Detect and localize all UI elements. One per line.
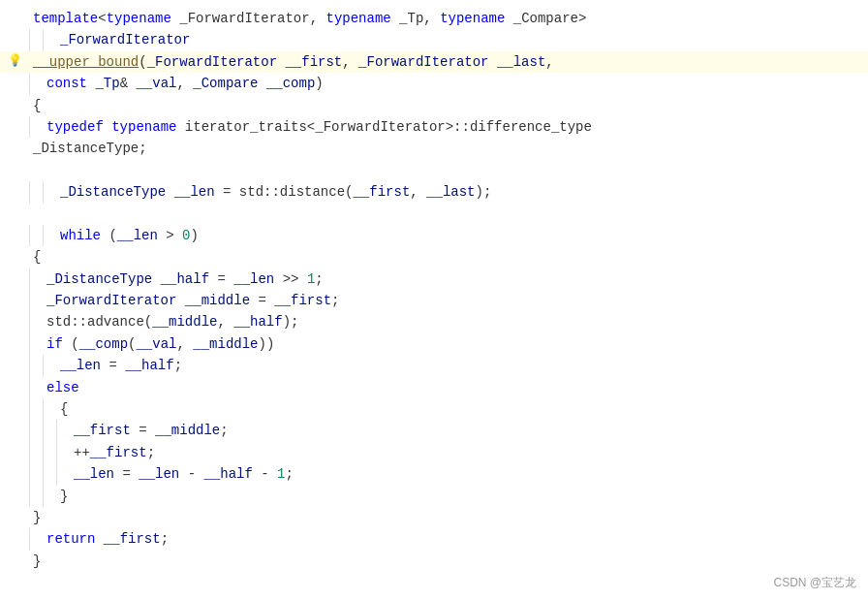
indent-guide <box>29 442 43 463</box>
indent-guide <box>29 29 43 50</box>
code-line: if (__comp(__val, __middle)) <box>0 333 868 355</box>
indent-guide <box>29 311 43 332</box>
gutter-icon <box>0 160 29 181</box>
code-line: ++__first; <box>0 442 868 463</box>
code-lines: template<typename _ForwardIterator, type… <box>0 8 868 572</box>
code-line: } <box>0 551 868 572</box>
code-line: __first = __middle; <box>0 420 868 441</box>
line-content: __len = __half; <box>56 355 868 376</box>
code-line: 💡__upper_bound(_ForwardIterator __first,… <box>0 51 868 73</box>
gutter-icon <box>0 95 29 116</box>
indent-guide <box>29 225 43 246</box>
line-content: __first = __middle; <box>70 420 868 441</box>
indent-guide <box>29 116 43 138</box>
gutter-icon <box>0 225 29 246</box>
line-content: else <box>43 377 868 398</box>
gutter-icon <box>0 507 29 528</box>
code-line: _DistanceType __len = std::distance(__fi… <box>0 181 868 203</box>
indent-guide <box>29 73 43 94</box>
indent-guide <box>29 486 43 507</box>
code-line: template<typename _ForwardIterator, type… <box>0 8 868 29</box>
indent-guide <box>29 268 43 290</box>
line-content <box>29 160 868 181</box>
line-content: _DistanceType __len = std::distance(__fi… <box>56 181 868 203</box>
code-line: while (__len > 0) <box>0 225 868 246</box>
line-content: _DistanceType; <box>29 138 868 159</box>
line-content: _ForwardIterator __middle = __first; <box>43 290 868 311</box>
gutter-icon <box>0 290 29 311</box>
line-content <box>29 204 868 225</box>
indent-guide <box>56 420 70 441</box>
code-line: const _Tp& __val, _Compare __comp) <box>0 73 868 94</box>
line-content: std::advance(__middle, __half); <box>43 311 868 332</box>
code-line: _DistanceType; <box>0 138 868 159</box>
line-content: __upper_bound(_ForwardIterator __first, … <box>29 51 868 73</box>
line-content: } <box>29 551 868 572</box>
gutter-icon <box>0 398 29 420</box>
gutter-icon <box>0 204 29 225</box>
line-content: typedef typename iterator_traits<_Forwar… <box>43 116 868 138</box>
gutter-icon <box>0 355 29 376</box>
code-line: _ForwardIterator __middle = __first; <box>0 290 868 311</box>
line-content: { <box>29 95 868 116</box>
code-line: _ForwardIterator <box>0 29 868 50</box>
indent-guide <box>29 420 43 441</box>
line-content: ++__first; <box>70 442 868 463</box>
line-content: } <box>56 486 868 507</box>
code-line: { <box>0 246 868 268</box>
gutter-icon <box>0 138 29 159</box>
gutter-icon <box>0 268 29 290</box>
gutter-icon <box>0 73 29 94</box>
code-line: { <box>0 398 868 420</box>
line-content: if (__comp(__val, __middle)) <box>43 333 868 355</box>
code-line: return __first; <box>0 528 868 550</box>
line-content: _DistanceType __half = __len >> 1; <box>43 268 868 290</box>
gutter-icon <box>0 486 29 507</box>
indent-guide <box>29 290 43 311</box>
line-content: { <box>56 398 868 420</box>
code-line: _DistanceType __half = __len >> 1; <box>0 268 868 290</box>
line-content: } <box>29 507 868 528</box>
line-content: { <box>29 246 868 268</box>
gutter-icon <box>0 246 29 268</box>
code-line: else <box>0 377 868 398</box>
gutter-icon <box>0 116 29 138</box>
line-content: return __first; <box>43 528 868 550</box>
code-line: } <box>0 507 868 528</box>
code-line <box>0 204 868 225</box>
code-container: template<typename _ForwardIterator, type… <box>0 0 868 600</box>
indent-guide <box>43 181 56 203</box>
code-line: std::advance(__middle, __half); <box>0 311 868 332</box>
gutter-icon <box>0 29 29 50</box>
line-content: _ForwardIterator <box>56 29 868 50</box>
gutter-icon <box>0 8 29 29</box>
indent-guide <box>29 377 43 398</box>
code-line: __len = __len - __half - 1; <box>0 463 868 485</box>
code-line <box>0 160 868 181</box>
indent-guide <box>29 398 43 420</box>
indent-guide <box>56 463 70 485</box>
indent-guide <box>43 442 56 463</box>
gutter-icon <box>0 377 29 398</box>
indent-guide <box>43 463 56 485</box>
indent-guide <box>29 333 43 355</box>
indent-guide <box>43 486 56 507</box>
indent-guide <box>29 528 43 550</box>
indent-guide <box>43 398 56 420</box>
gutter-icon <box>0 528 29 550</box>
gutter-icon <box>0 181 29 203</box>
watermark: CSDN @宝艺龙 <box>773 574 856 592</box>
gutter-icon <box>0 333 29 355</box>
gutter-icon <box>0 420 29 441</box>
code-line: __len = __half; <box>0 355 868 376</box>
line-content: const _Tp& __val, _Compare __comp) <box>43 73 868 94</box>
indent-guide <box>43 420 56 441</box>
indent-guide <box>43 355 56 376</box>
line-content: while (__len > 0) <box>56 225 868 246</box>
gutter-icon <box>0 463 29 485</box>
indent-guide <box>43 225 56 246</box>
indent-guide <box>29 463 43 485</box>
gutter-icon <box>0 551 29 572</box>
gutter-icon <box>0 442 29 463</box>
indent-guide <box>56 442 70 463</box>
